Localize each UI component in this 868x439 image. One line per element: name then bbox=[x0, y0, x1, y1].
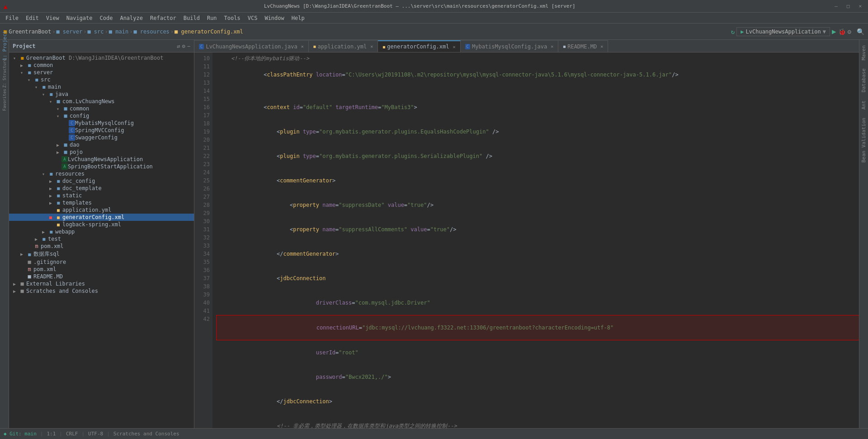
tree-item-common2[interactable]: ▾ ■ common bbox=[9, 105, 194, 112]
minimize-btn[interactable]: – bbox=[832, 3, 840, 9]
tab-generator-config[interactable]: ◼ generatorConfig.xml ✕ bbox=[378, 40, 460, 52]
breadcrumb-server[interactable]: ■ server bbox=[56, 29, 82, 35]
tree-item-doc-template[interactable]: ▶ ◼ doc_template bbox=[9, 185, 194, 192]
tree-item-package[interactable]: ▾ ■ com.LvChuangNews bbox=[9, 98, 194, 105]
breadcrumb-greentranboot[interactable]: GreentranBoot bbox=[9, 29, 51, 35]
project-icon[interactable]: 1: Project bbox=[0, 42, 9, 50]
run-btn[interactable]: ▶ bbox=[832, 27, 836, 36]
run-config-selector[interactable]: ▶ LvChuangNewsApplication ▼ bbox=[736, 27, 830, 36]
close-btn[interactable]: ✕ bbox=[856, 3, 864, 9]
tree-item-java[interactable]: ▾ ◼ java bbox=[9, 91, 194, 98]
left-sidebar-icons: 1: Project Z: Structure Favorites bbox=[0, 40, 9, 428]
menu-help[interactable]: Help bbox=[288, 14, 308, 22]
tree-item-logback[interactable]: ■ logback-spring.xml bbox=[9, 221, 194, 228]
hide-panel-icon[interactable]: − bbox=[187, 43, 190, 49]
tree-item-webapp[interactable]: ▶ ◼ webapp bbox=[9, 228, 194, 235]
menu-tools[interactable]: Tools bbox=[221, 14, 244, 22]
window-controls: – □ ✕ bbox=[832, 3, 864, 9]
scratches-status[interactable]: Scratches and Consoles bbox=[113, 431, 179, 437]
line-ending[interactable]: CRLF bbox=[66, 431, 78, 437]
tab-lvchuang-app-close[interactable]: ✕ bbox=[301, 44, 304, 49]
breadcrumb-main[interactable]: ■ main bbox=[109, 29, 128, 35]
menu-run[interactable]: Run bbox=[203, 14, 221, 22]
breadcrumb-src[interactable]: ■ src bbox=[87, 29, 104, 35]
git-status[interactable]: ◆ Git: main bbox=[4, 431, 37, 437]
settings-icon[interactable]: ⚙ bbox=[182, 43, 185, 49]
test-icon: ◼ bbox=[40, 236, 48, 242]
favorites-icon[interactable]: Favorites bbox=[0, 96, 9, 104]
tree-item-templates[interactable]: ▶ ◼ templates bbox=[9, 199, 194, 206]
tree-item-resources[interactable]: ▾ ◼ resources bbox=[9, 170, 194, 177]
tree-item-main[interactable]: ▾ ◼ main bbox=[9, 83, 194, 91]
tree-item-root-pom[interactable]: m pom.xml bbox=[9, 266, 194, 273]
menu-analyze[interactable]: Analyze bbox=[116, 14, 146, 22]
code-content[interactable]: <!--你本地的mybatis驱动--> <classPathEntry loc… bbox=[212, 52, 859, 428]
root-pom-icon: m bbox=[25, 266, 33, 272]
tree-item-app[interactable]: A LvChuangNewsApplication bbox=[9, 156, 194, 163]
tree-item-generator-config[interactable]: ■ ■ generatorConfig.xml bbox=[9, 214, 194, 221]
database-panel-label[interactable]: Database bbox=[860, 65, 868, 96]
tree-item-gitignore[interactable]: ■ .gitignore bbox=[9, 258, 194, 266]
tree-item-swagger[interactable]: C SwaggerConfig bbox=[9, 134, 194, 141]
menu-refactor[interactable]: Refactor bbox=[146, 14, 180, 22]
tab-readme[interactable]: ◼ README.MD ✕ bbox=[558, 40, 608, 52]
breadcrumb-resources[interactable]: ■ resources bbox=[133, 29, 169, 35]
menu-navigate[interactable]: Navigate bbox=[63, 14, 96, 22]
tree-item-db-sql[interactable]: ▶ ◼ 数据库sql bbox=[9, 250, 194, 258]
tree-item-dao[interactable]: ▶ ■ dao bbox=[9, 141, 194, 148]
tree-item-spring-mvc[interactable]: C SpringMVCConfig bbox=[9, 127, 194, 134]
tree-item-doc-config[interactable]: ▶ ◼ doc_config bbox=[9, 177, 194, 185]
menu-view[interactable]: View bbox=[42, 14, 63, 22]
tree-item-src[interactable]: ▾ ◼ src bbox=[9, 76, 194, 83]
tab-mybatis-config-close[interactable]: ✕ bbox=[551, 44, 553, 49]
code-line-10: <!--你本地的mybatis驱动--> bbox=[218, 54, 859, 62]
menu-window[interactable]: Window bbox=[261, 14, 288, 22]
code-editor[interactable]: 1011121314 1516171819 2021222324 2526272… bbox=[194, 52, 859, 428]
status-separator4: | bbox=[107, 431, 110, 437]
tree-item-server-pom[interactable]: m pom.xml bbox=[9, 243, 194, 250]
tree-item-root[interactable]: ▾ ◼ GreenranBoot D:\WangJianIDEA\Greentr… bbox=[9, 54, 194, 62]
tree-item-common[interactable]: ▶ ◼ common bbox=[9, 62, 194, 69]
tree-item-mybatis-config[interactable]: C MybatisMysqlConfig bbox=[9, 119, 194, 127]
tree-item-config[interactable]: ▾ ■ config bbox=[9, 112, 194, 119]
tree-item-package-name: com.LvChuangNews bbox=[62, 98, 194, 105]
run-config-area: ↻ ▶ LvChuangNewsApplication ▼ ▶ 🐞 ⚙ 🔍 bbox=[731, 27, 864, 36]
tree-item-boot-app[interactable]: A SpringBootStartApplication bbox=[9, 163, 194, 170]
libs-icon: ■ bbox=[18, 281, 26, 287]
run-config-sync-icon[interactable]: ↻ bbox=[731, 28, 735, 35]
tab-lvchuang-app[interactable]: C LvChuangNewsApplication.java ✕ bbox=[194, 40, 309, 52]
search-everywhere-icon[interactable]: 🔍 bbox=[857, 28, 864, 35]
debug-btn[interactable]: 🐞 bbox=[838, 28, 846, 35]
menu-edit[interactable]: Edit bbox=[22, 14, 42, 22]
menu-file[interactable]: File bbox=[2, 14, 22, 22]
tree-item-server[interactable]: ▾ ◼ server bbox=[9, 69, 194, 76]
pojo-icon: ■ bbox=[61, 149, 70, 155]
tree-item-pojo[interactable]: ▶ ■ pojo bbox=[9, 148, 194, 156]
build-btn[interactable]: ⚙ bbox=[848, 28, 851, 35]
maximize-btn[interactable]: □ bbox=[844, 3, 853, 9]
structure-icon[interactable]: Z: Structure bbox=[0, 69, 9, 77]
tab-application-yml-close[interactable]: ✕ bbox=[370, 44, 373, 49]
encoding[interactable]: UTF-8 bbox=[88, 431, 103, 437]
tree-item-readme[interactable]: ■ README.MD bbox=[9, 273, 194, 280]
menu-build[interactable]: Build bbox=[180, 14, 203, 22]
java-class-icon: C bbox=[69, 120, 75, 126]
maven-panel-label[interactable]: Maven bbox=[860, 42, 868, 64]
tab-readme-close[interactable]: ✕ bbox=[600, 44, 603, 49]
tree-item-test[interactable]: ▶ ◼ test bbox=[9, 235, 194, 243]
bean-validation-label[interactable]: Bean Validation bbox=[860, 114, 868, 166]
tree-item-external-libs[interactable]: ▶ ■ External Libraries bbox=[9, 280, 194, 287]
menu-vcs[interactable]: VCS bbox=[244, 14, 261, 22]
tab-mybatis-config[interactable]: C MybatisMysqlConfig.java ✕ bbox=[461, 40, 559, 52]
tab-generator-config-close[interactable]: ✕ bbox=[453, 44, 456, 49]
tree-item-application-yml[interactable]: ■ application.yml bbox=[9, 206, 194, 214]
tab-application-yml[interactable]: ◼ application.yml ✕ bbox=[309, 40, 378, 52]
project-folder-icon: ◼ bbox=[18, 55, 26, 61]
tree-item-static[interactable]: ▶ ◼ static bbox=[9, 192, 194, 199]
tree-item-scratches[interactable]: ▶ ■ Scratches and Consoles bbox=[9, 287, 194, 295]
collapse-all-icon[interactable]: ⇄ bbox=[177, 43, 180, 49]
menu-code[interactable]: Code bbox=[96, 14, 117, 22]
ant-panel-label[interactable]: Ant bbox=[860, 97, 868, 113]
expand-arrow-static: ▶ bbox=[47, 193, 54, 198]
breadcrumb-file[interactable]: ■ generatorConfig.xml bbox=[175, 29, 243, 35]
